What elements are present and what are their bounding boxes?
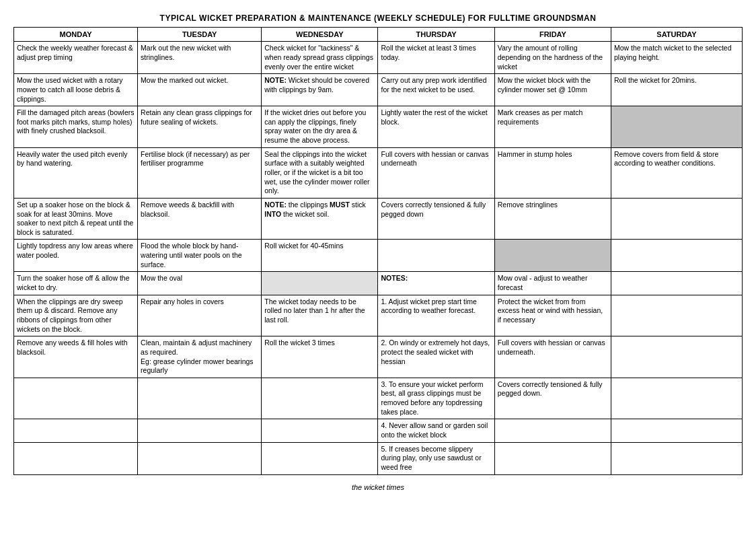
- tuesday-cell-3: Retain any clean grass clippings for fut…: [138, 106, 262, 148]
- monday-cell-1: Check the weekly weather forecast & adju…: [14, 42, 138, 74]
- table-row: Set up a soaker hose on the block & soak…: [14, 198, 743, 240]
- wednesday-cell-empty3: [262, 442, 378, 474]
- thursday-notes-2: 2. On windy or extremely hot days, prote…: [378, 336, 494, 378]
- monday-cell-empty2: [14, 419, 138, 442]
- monday-cell-empty3: [14, 442, 138, 474]
- wednesday-cell-4: Seal the clippings into the wicket surfa…: [262, 147, 378, 198]
- saturday-cell-empty2: [611, 442, 743, 474]
- thursday-notes-1: 1. Adjust wicket prep start time accordi…: [378, 295, 494, 336]
- thursday-notes-3: 3. To ensure your wicket perform best, a…: [378, 378, 494, 419]
- tuesday-cell-empty2: [138, 419, 262, 442]
- friday-cell-empty2: [494, 442, 611, 474]
- footer-text: the wicket times: [13, 483, 743, 491]
- thursday-notes-4: 4. Never allow sand or garden soil onto …: [378, 419, 494, 442]
- wednesday-cell-empty: [262, 378, 378, 419]
- tuesday-cell-5: Remove weeds & backfill with blacksoil.: [138, 198, 262, 240]
- tuesday-cell-1: Mark out the new wicket with stringlines…: [138, 42, 262, 74]
- saturday-cell-empty: [611, 419, 743, 442]
- monday-cell-6: Lightly topdress any low areas where wat…: [14, 240, 138, 272]
- wednesday-cell-9: Roll the wicket 3 times: [262, 336, 378, 378]
- friday-cell-9: Full covers with hessian or canvas under…: [494, 336, 611, 378]
- friday-cell-4: Hammer in stump holes: [494, 147, 611, 198]
- wednesday-cell-empty2: [262, 419, 378, 442]
- friday-cell-10: Covers correctly tensioned & fully pegge…: [494, 378, 611, 419]
- saturday-cell-2: Roll the wicket for 20mins.: [611, 74, 743, 106]
- header-friday: FRIDAY: [494, 28, 611, 42]
- saturday-cell-4: Remove covers from field & store accordi…: [611, 147, 743, 198]
- tuesday-cell-empty3: [138, 442, 262, 474]
- friday-cell-7: Mow oval - adjust to weather forecast: [494, 272, 611, 295]
- thursday-cell-4: Full covers with hessian or canvas under…: [378, 147, 494, 198]
- header-thursday: THURSDAY: [378, 28, 494, 42]
- wednesday-cell-7: [262, 272, 378, 295]
- table-row: 4. Never allow sand or garden soil onto …: [14, 419, 743, 442]
- tuesday-cell-empty: [138, 378, 262, 419]
- saturday-cell-6: [611, 240, 743, 272]
- table-row: Heavily water the used pitch evenly by h…: [14, 147, 743, 198]
- monday-cell-3: Fill the damaged pitch areas (bowlers fo…: [14, 106, 138, 148]
- wednesday-cell-8: The wicket today needs to be rolled no l…: [262, 295, 378, 336]
- schedule-table: MONDAY TUESDAY WEDNESDAY THURSDAY FRIDAY…: [13, 27, 743, 475]
- table-row: 3. To ensure your wicket perform best, a…: [14, 378, 743, 419]
- header-saturday: SATURDAY: [611, 28, 743, 42]
- saturday-cell-7: [611, 272, 743, 295]
- saturday-cell-8: [611, 295, 743, 336]
- friday-cell-6: [494, 240, 611, 272]
- table-row: 5. If creases become slippery during pla…: [14, 442, 743, 474]
- wednesday-cell-3: If the wicket dries out before you can a…: [262, 106, 378, 148]
- thursday-notes-5: 5. If creases become slippery during pla…: [378, 442, 494, 474]
- thursday-cell-2: Carry out any prep work identified for t…: [378, 74, 494, 106]
- thursday-cell-5: Covers correctly tensioned & fully pegge…: [378, 198, 494, 240]
- tuesday-cell-7: Mow the oval: [138, 272, 262, 295]
- monday-cell-8: When the clippings are dry sweep them up…: [14, 295, 138, 336]
- monday-cell-empty: [14, 378, 138, 419]
- table-row: Lightly topdress any low areas where wat…: [14, 240, 743, 272]
- friday-cell-1: Vary the amount of rolling depending on …: [494, 42, 611, 74]
- friday-cell-5: Remove stringlines: [494, 198, 611, 240]
- table-row: Turn the soaker hose off & allow the wic…: [14, 272, 743, 295]
- thursday-cell-1: Roll the wicket at least 3 times today.: [378, 42, 494, 74]
- header-wednesday: WEDNESDAY: [262, 28, 378, 42]
- tuesday-cell-8: Repair any holes in covers: [138, 295, 262, 336]
- header-monday: MONDAY: [14, 28, 138, 42]
- friday-cell-empty: [494, 419, 611, 442]
- table-row: Check the weekly weather forecast & adju…: [14, 42, 743, 74]
- saturday-cell-3: [611, 106, 743, 148]
- monday-cell-5: Set up a soaker hose on the block & soak…: [14, 198, 138, 240]
- tuesday-cell-9: Clean, maintain & adjust machinery as re…: [138, 336, 262, 378]
- header-tuesday: TUESDAY: [138, 28, 262, 42]
- friday-cell-3: Mark creases as per match requirements: [494, 106, 611, 148]
- thursday-cell-6: [378, 240, 494, 272]
- wednesday-cell-1: Check wicket for "tackiness" & when read…: [262, 42, 378, 74]
- page-title: TYPICAL WICKET PREPARATION & MAINTENANCE…: [13, 13, 743, 23]
- monday-cell-9: Remove any weeds & fill holes with black…: [14, 336, 138, 378]
- saturday-cell-1: Mow the match wicket to the selected pla…: [611, 42, 743, 74]
- table-row: Mow the used wicket with a rotary mower …: [14, 74, 743, 106]
- monday-cell-7: Turn the soaker hose off & allow the wic…: [14, 272, 138, 295]
- saturday-cell-5: [611, 198, 743, 240]
- friday-cell-2: Mow the wicket block with the cylinder m…: [494, 74, 611, 106]
- saturday-cell-9: [611, 336, 743, 378]
- table-row: When the clippings are dry sweep them up…: [14, 295, 743, 336]
- monday-cell-4: Heavily water the used pitch evenly by h…: [14, 147, 138, 198]
- tuesday-cell-6: Flood the whole block by hand-watering u…: [138, 240, 262, 272]
- friday-cell-8: Protect the wicket from from excess heat…: [494, 295, 611, 336]
- table-row: Remove any weeds & fill holes with black…: [14, 336, 743, 378]
- wednesday-cell-5: NOTE: the clippings MUST stick INTO the …: [262, 198, 378, 240]
- wednesday-cell-6: Roll wicket for 40-45mins: [262, 240, 378, 272]
- saturday-cell-10: [611, 378, 743, 419]
- table-row: Fill the damaged pitch areas (bowlers fo…: [14, 106, 743, 148]
- monday-cell-2: Mow the used wicket with a rotary mower …: [14, 74, 138, 106]
- tuesday-cell-4: Fertilise block (if necessary) as per fe…: [138, 147, 262, 198]
- wednesday-cell-2: NOTE: Wicket should be covered with clip…: [262, 74, 378, 106]
- thursday-notes-label: NOTES:: [378, 272, 494, 295]
- thursday-cell-3: Lightly water the rest of the wicket blo…: [378, 106, 494, 148]
- tuesday-cell-2: Mow the marked out wicket.: [138, 74, 262, 106]
